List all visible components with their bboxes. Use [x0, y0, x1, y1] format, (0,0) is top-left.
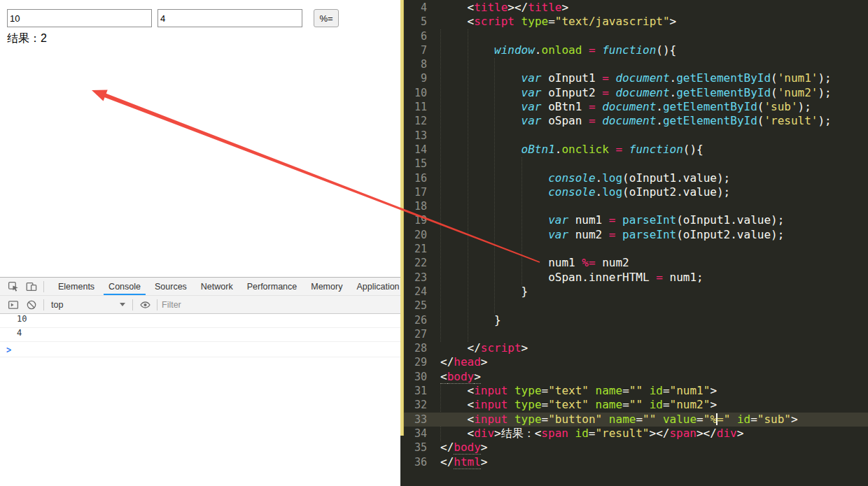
console-log-entry: 4 — [0, 328, 400, 342]
tab-console[interactable]: Console — [102, 278, 148, 295]
code-line: 4 <title></title> — [400, 1, 868, 15]
clear-console-icon[interactable] — [22, 296, 41, 313]
window-edge-strip — [400, 0, 404, 436]
tab-elements[interactable]: Elements — [51, 278, 102, 295]
line-number: 12 — [400, 114, 427, 128]
code-line: 6 — [400, 29, 868, 43]
code-lines: 4 <title></title>5 <script type="text/ja… — [400, 0, 868, 486]
code-line: 26 } — [400, 313, 868, 327]
code-line: 21 — [400, 242, 868, 256]
result-label: 结果： — [7, 32, 41, 44]
code-line: 10 var oInput2 = document.getElementById… — [400, 86, 868, 100]
line-number: 18 — [400, 199, 427, 213]
line-number: 19 — [400, 213, 427, 227]
code-line: 15 — [400, 157, 868, 171]
line-number: 34 — [400, 427, 427, 441]
code-line: 8 — [400, 57, 868, 71]
eye-icon[interactable] — [136, 296, 154, 313]
line-number: 17 — [400, 185, 427, 199]
console-log-entry: 10 — [0, 314, 400, 328]
tab-network[interactable]: Network — [194, 278, 240, 295]
result-line: 结果：2 — [7, 31, 47, 46]
num1-input[interactable] — [7, 9, 152, 27]
line-number: 33 — [400, 413, 427, 427]
line-number: 23 — [400, 271, 427, 285]
code-line: 20 var num2 = parseInt(oInput2.value); — [400, 228, 868, 242]
screen: %= 结果：2 ElementsConsoleSourcesNetworkPer… — [0, 0, 868, 486]
separator — [132, 299, 133, 310]
line-number: 14 — [400, 143, 427, 157]
line-number: 31 — [400, 384, 427, 398]
line-number: 4 — [400, 1, 427, 15]
line-number: 29 — [400, 355, 427, 369]
separator — [157, 299, 158, 310]
code-line: 36</html> — [400, 455, 868, 469]
modulo-assign-button[interactable]: %= — [314, 9, 339, 27]
line-number: 32 — [400, 398, 427, 412]
code-line: 19 var num1 = parseInt(oInput1.value); — [400, 213, 868, 227]
result-value: 2 — [41, 32, 47, 44]
code-line: 17 console.log(oInput2.value); — [400, 185, 868, 199]
code-line: 12 var oSpan = document.getElementById('… — [400, 114, 868, 128]
code-line: 32 <input type="text" name="" id="num2"> — [400, 398, 868, 412]
device-toolbar-icon[interactable] — [22, 278, 41, 295]
devtools-tab-bar: ElementsConsoleSourcesNetworkPerformance… — [0, 278, 400, 296]
line-number: 9 — [400, 71, 427, 85]
line-number: 15 — [400, 157, 427, 171]
line-number: 16 — [400, 171, 427, 185]
browser-page: %= 结果：2 — [0, 0, 400, 277]
line-number: 8 — [400, 57, 427, 71]
line-number: 20 — [400, 228, 427, 242]
code-line: 30<body> — [400, 370, 868, 384]
line-number: 7 — [400, 43, 427, 57]
code-line: 18 — [400, 199, 868, 213]
code-line: 5 <script type="text/javascript"> — [400, 15, 868, 29]
code-line: 28 </script> — [400, 341, 868, 355]
prompt-chevron-icon: > — [6, 343, 11, 355]
code-line: 11 var oBtn1 = document.getElementById('… — [400, 100, 868, 114]
line-number: 26 — [400, 313, 427, 327]
code-line: 33 <input type="button" name="" value="%… — [400, 413, 868, 427]
chevron-down-icon — [120, 303, 125, 306]
code-line: 35</body> — [400, 441, 868, 455]
console-drawer-icon[interactable] — [4, 296, 22, 313]
code-line: 16 console.log(oInput1.value); — [400, 171, 868, 185]
line-number: 25 — [400, 299, 427, 313]
line-number: 5 — [400, 15, 427, 29]
console-toolbar: top — [0, 296, 400, 314]
code-line: 14 oBtn1.onclick = function(){ — [400, 143, 868, 157]
tab-application[interactable]: Application — [349, 278, 400, 295]
line-number: 10 — [400, 86, 427, 100]
code-line: 25 — [400, 299, 868, 313]
code-line: 31 <input type="text" name="" id="num1"> — [400, 384, 868, 398]
inspect-icon[interactable] — [4, 278, 22, 295]
devtools-panel: ElementsConsoleSourcesNetworkPerformance… — [0, 277, 400, 486]
line-number: 6 — [400, 29, 427, 43]
code-line: 9 var oInput1 = document.getElementById(… — [400, 71, 868, 85]
line-number: 22 — [400, 256, 427, 270]
context-selector[interactable]: top — [47, 300, 130, 310]
line-number: 11 — [400, 100, 427, 114]
console-output: 104 > — [0, 314, 400, 357]
console-prompt[interactable]: > — [0, 342, 400, 357]
line-number: 21 — [400, 242, 427, 256]
code-line: 23 oSpan.innerHTML = num1; — [400, 271, 868, 285]
num2-input[interactable] — [158, 9, 302, 27]
devtools-tabs: ElementsConsoleSourcesNetworkPerformance… — [51, 278, 400, 295]
line-number: 35 — [400, 441, 427, 455]
code-line: 27 — [400, 327, 868, 341]
tab-sources[interactable]: Sources — [148, 278, 194, 295]
line-number: 13 — [400, 129, 427, 143]
code-line: 22 num1 %= num2 — [400, 256, 868, 270]
line-number: 28 — [400, 341, 427, 355]
context-selector-label: top — [51, 300, 63, 310]
separator — [43, 299, 44, 310]
code-editor[interactable]: 4 <title></title>5 <script type="text/ja… — [400, 0, 868, 486]
tab-performance[interactable]: Performance — [240, 278, 304, 295]
tab-memory[interactable]: Memory — [304, 278, 349, 295]
separator — [43, 281, 44, 292]
console-filter-input[interactable] — [160, 299, 342, 310]
line-number: 30 — [400, 370, 427, 384]
code-line: 13 — [400, 129, 868, 143]
code-line: 24 } — [400, 285, 868, 299]
